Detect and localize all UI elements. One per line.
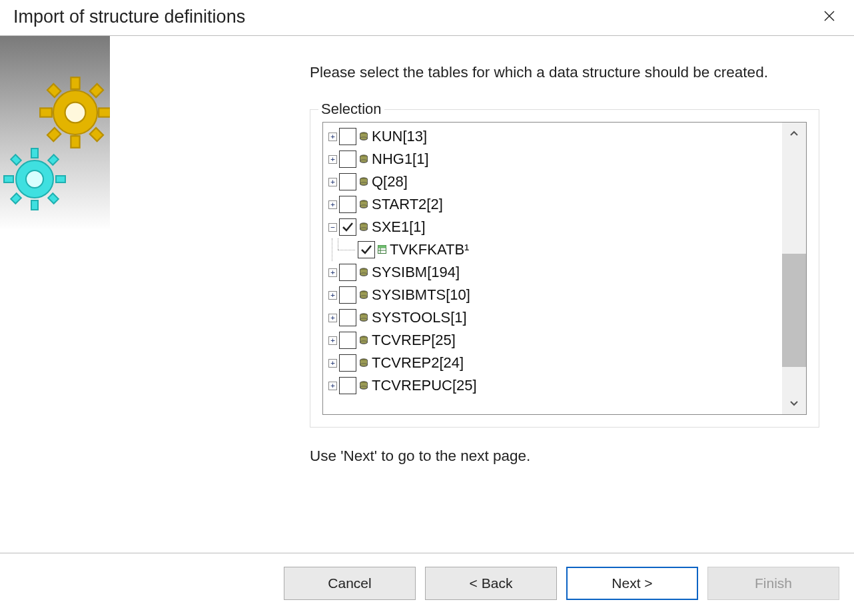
tree-node[interactable]: +TCVREP[25] [327, 329, 778, 352]
instruction-text: Please select the tables for which a dat… [310, 63, 819, 83]
scroll-up-button[interactable] [782, 123, 806, 145]
tree-checkbox[interactable] [358, 241, 375, 258]
tree-checkbox[interactable] [339, 151, 356, 168]
tree-node-label: SYSIBM[194] [372, 264, 460, 281]
schema-icon [358, 358, 369, 368]
gear-yellow-icon [39, 76, 110, 149]
next-button[interactable]: Next > [566, 567, 698, 600]
schema-icon [358, 290, 369, 300]
tree-node-label: NHG1[1] [372, 151, 429, 168]
svg-rect-11 [90, 128, 103, 141]
tree-node[interactable]: −SXE1[1] [327, 216, 778, 238]
main-area: Please select the tables for which a dat… [0, 36, 854, 553]
tree-node-label: TCVREP2[24] [372, 354, 464, 372]
tree-checkbox[interactable] [339, 332, 356, 349]
schema-icon [358, 380, 369, 391]
svg-point-13 [26, 170, 43, 188]
svg-rect-20 [11, 193, 21, 204]
tree-node[interactable]: +START2[2] [327, 193, 778, 216]
svg-rect-17 [56, 176, 65, 182]
title-bar: Import of structure definitions [0, 0, 854, 36]
schema-icon [358, 176, 369, 187]
tree-node-label: TVKFKATB¹ [390, 241, 469, 258]
scroll-down-button[interactable] [782, 392, 806, 414]
button-bar: Cancel < Back Next > Finish [0, 553, 854, 616]
svg-rect-19 [48, 154, 59, 165]
scrollbar[interactable] [782, 123, 806, 414]
tree-checkbox[interactable] [339, 309, 356, 326]
close-icon [823, 10, 835, 22]
wizard-graphic [0, 36, 110, 229]
tree-checkbox[interactable] [339, 218, 356, 236]
expand-toggle[interactable]: + [328, 382, 337, 390]
schema-icon [358, 154, 369, 164]
tree-checkbox[interactable] [339, 128, 356, 145]
svg-rect-15 [31, 200, 38, 210]
expand-toggle[interactable]: + [328, 268, 337, 277]
tree-node[interactable]: +SYSIBMTS[10] [327, 284, 778, 306]
chevron-up-icon [789, 129, 799, 139]
tree-node-label: START2[2] [372, 196, 443, 213]
svg-rect-16 [4, 176, 13, 182]
scroll-track[interactable] [782, 145, 806, 392]
tree-node-label: SYSTOOLS[1] [372, 309, 467, 326]
tree-checkbox[interactable] [339, 286, 356, 304]
schema-icon [358, 222, 369, 232]
svg-rect-8 [47, 84, 61, 97]
table-icon [378, 245, 387, 254]
tree-node-label: SYSIBMTS[10] [372, 286, 470, 304]
schema-icon [358, 312, 369, 323]
content-pane: Please select the tables for which a dat… [310, 63, 819, 465]
tree-node[interactable]: +TCVREP2[24] [327, 352, 778, 374]
tree-checkbox[interactable] [339, 264, 356, 281]
tree-node[interactable]: +NHG1[1] [327, 148, 778, 170]
tree-checkbox[interactable] [339, 196, 356, 213]
scroll-thumb[interactable] [782, 254, 806, 367]
tree-checkbox[interactable] [339, 354, 356, 372]
tree-node-label: Q[28] [372, 173, 408, 190]
expand-toggle[interactable]: + [328, 359, 337, 368]
tree-node[interactable]: +KUN[13] [327, 125, 778, 148]
back-button[interactable]: < Back [425, 567, 557, 600]
svg-rect-21 [48, 193, 59, 204]
close-button[interactable] [818, 7, 841, 27]
expand-toggle[interactable]: + [328, 155, 337, 164]
expand-toggle[interactable]: + [328, 314, 337, 322]
tree-node[interactable]: +Q[28] [327, 170, 778, 193]
svg-rect-18 [11, 154, 21, 165]
tree-node[interactable]: +SYSTOOLS[1] [327, 306, 778, 329]
selection-fieldset: Selection +KUN[13]+NHG1[1]+Q[28]+START2[… [310, 109, 819, 428]
selection-legend: Selection [318, 101, 384, 118]
svg-rect-7 [99, 108, 110, 117]
expand-toggle[interactable]: + [328, 133, 337, 141]
finish-button: Finish [707, 567, 839, 600]
expand-toggle[interactable]: + [328, 200, 337, 209]
tree-node[interactable]: +SYSIBM[194] [327, 261, 778, 284]
svg-rect-5 [71, 136, 79, 148]
svg-rect-14 [31, 149, 38, 158]
svg-rect-36 [378, 246, 386, 248]
hint-text: Use 'Next' to go to the next page. [310, 448, 819, 465]
svg-rect-4 [71, 77, 79, 89]
svg-point-3 [65, 103, 86, 123]
schema-icon [358, 199, 369, 210]
svg-rect-9 [90, 84, 103, 97]
tree-node-label: KUN[13] [372, 128, 427, 145]
tree-node[interactable]: +TCVREPUC[25] [327, 374, 778, 397]
tree-checkbox[interactable] [339, 377, 356, 394]
expand-toggle[interactable]: + [328, 336, 337, 345]
tree-node-label: TCVREP[25] [372, 332, 456, 349]
schema-icon [358, 335, 369, 346]
tree-body: +KUN[13]+NHG1[1]+Q[28]+START2[2]−SXE1[1]… [323, 123, 782, 414]
gear-cyan-icon [1, 146, 68, 212]
tree-checkbox[interactable] [339, 173, 356, 190]
tree-child-node[interactable]: TVKFKATB¹ [327, 238, 778, 261]
schema-icon [358, 267, 369, 278]
expand-toggle[interactable]: + [328, 291, 337, 300]
expand-toggle[interactable]: + [328, 178, 337, 186]
collapse-toggle[interactable]: − [328, 223, 337, 232]
svg-rect-6 [40, 108, 52, 117]
schema-icon [358, 131, 369, 142]
chevron-down-icon [789, 398, 799, 408]
cancel-button[interactable]: Cancel [284, 567, 416, 600]
